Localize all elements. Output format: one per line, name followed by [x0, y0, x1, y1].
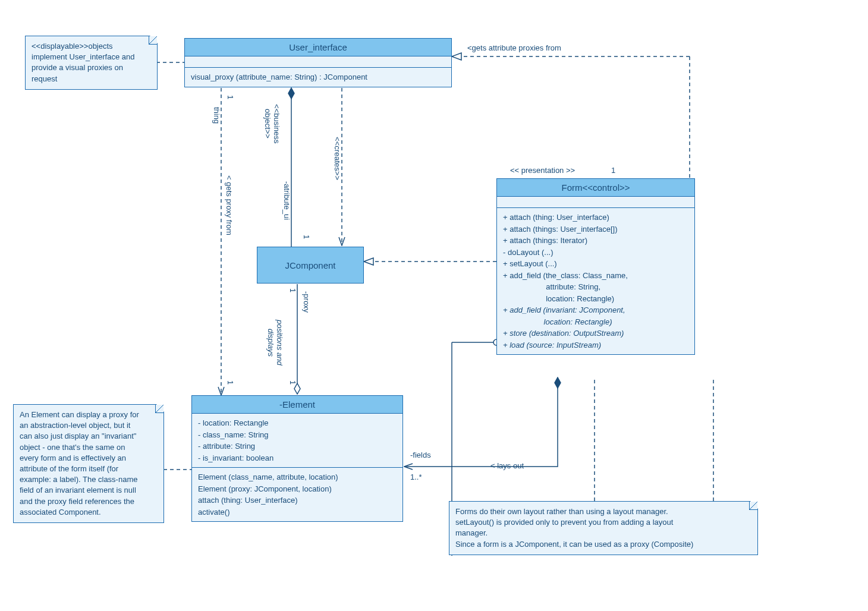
label-one-proxy-top: 1	[288, 288, 297, 292]
note-element: An Element can display a proxy for an ab…	[13, 404, 164, 523]
label-presentation: << presentation >>	[510, 166, 575, 175]
form-op: + attach (thing: User_interface)	[503, 212, 688, 223]
label-creates: <<creates>>	[333, 137, 342, 180]
form-op: + add_field (invariant: JComponent,	[503, 304, 688, 316]
label-one-thing-bot: 1	[226, 380, 235, 385]
class-element-ops: Element (class_name, attribute, location…	[192, 468, 402, 521]
class-user-interface-title: User_interface	[185, 39, 451, 56]
form-op: + attach (things: User_interface[])	[503, 223, 688, 235]
class-form-title: Form<<control>>	[561, 182, 630, 193]
label-business-object: <<business object>>	[263, 104, 281, 144]
label-lays-out: < lays out	[490, 461, 524, 470]
label-one-proxy-bot: 1	[288, 380, 297, 385]
class-element: -Element - location: Rectangle - class_n…	[191, 395, 403, 522]
element-attr: - attribute: String	[198, 440, 397, 452]
class-form: Form<<control>> + attach (thing: User_in…	[496, 178, 695, 355]
form-op: + setLayout (...)	[503, 258, 688, 270]
class-element-title: -Element	[192, 396, 402, 414]
element-op: activate()	[198, 506, 397, 518]
class-element-attrs: - location: Rectangle - class_name: Stri…	[192, 414, 402, 468]
label-gets-proxy: < gets proxy from	[225, 175, 234, 235]
label-gets-attribute: <gets attribute proxies from	[467, 43, 561, 52]
element-op: Element (class_name, attribute, location…	[198, 471, 397, 483]
class-user-interface: User_interface visual_proxy (attribute_n…	[184, 38, 452, 87]
note-element-text: An Element can display a proxy for an ab…	[20, 410, 139, 516]
class-form-ops: + attach (thing: User_interface) + attac…	[497, 208, 694, 354]
element-attr: - is_invariant: boolean	[198, 452, 397, 464]
form-op: + attach (things: Iterator)	[503, 235, 688, 247]
class-jcomponent-title: JComponent	[285, 260, 335, 270]
label-one-thing-top: 1	[226, 95, 235, 99]
label-one-presentation: 1	[611, 166, 615, 175]
class-user-interface-method: visual_proxy (attribute_name: String) : …	[191, 71, 445, 83]
label-thing: thing	[212, 107, 221, 124]
form-op: location: Rectangle)	[503, 316, 688, 328]
form-op: + add_field (the_class: Class_name,	[503, 270, 688, 282]
element-attr: - class_name: String	[198, 429, 397, 441]
element-attr: - location: Rectangle	[198, 417, 397, 429]
label-positions: positions and displays	[266, 320, 284, 366]
form-op: attribute: String,	[503, 281, 688, 293]
label-attribute-ui: -atribute_ui	[282, 181, 291, 220]
note-displayable-text: <<displayable>>objects implement User_in…	[32, 42, 134, 83]
note-form: Forms do their own layout rather than us…	[449, 501, 758, 555]
form-op: - doLayout (...)	[503, 247, 688, 259]
class-jcomponent: JComponent	[257, 247, 364, 284]
label-one-bo: 1	[302, 235, 311, 239]
form-op: location: Rectangle)	[503, 293, 688, 305]
element-op: attach (thing: User_interface)	[198, 495, 397, 506]
form-op: + load (source: InputStream)	[503, 339, 688, 351]
note-form-text: Forms do their own layout rather than us…	[455, 507, 693, 549]
form-op: + store (destination: OutputStream)	[503, 327, 688, 339]
note-displayable: <<displayable>>objects implement User_in…	[25, 36, 158, 90]
label-one-star: 1..*	[410, 473, 422, 481]
label-fields: -fields	[410, 451, 431, 459]
label-proxy: -proxy	[302, 291, 311, 313]
element-op: Element (proxy: JComponent, location)	[198, 483, 397, 495]
